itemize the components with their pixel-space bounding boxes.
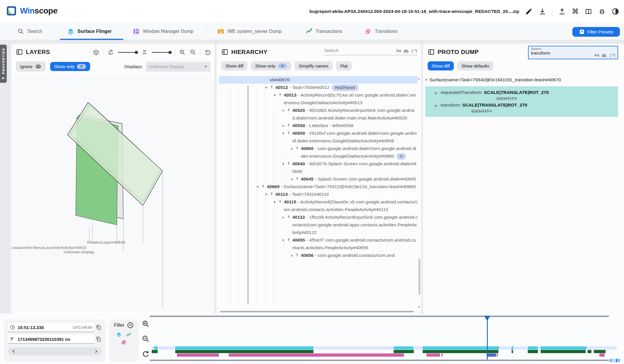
pin-icon[interactable]	[278, 198, 284, 204]
download-icon[interactable]	[539, 8, 546, 15]
pin-icon[interactable]	[295, 175, 301, 181]
spacing-slider[interactable]	[152, 52, 171, 53]
horizontal-scrollbar[interactable]	[220, 311, 414, 312]
transactions-track-entry[interactable]	[152, 350, 158, 353]
pin-icon[interactable]	[286, 129, 292, 135]
proto-property-row[interactable]: transform: SCALE|TRANSLATE|ROT_270IDENTI…	[425, 102, 618, 114]
report-bug-icon[interactable]	[598, 8, 606, 15]
cube-3d-icon[interactable]	[93, 49, 99, 56]
transactions-filter-icon[interactable]	[126, 332, 132, 338]
frame-step-bar[interactable]	[8, 347, 102, 355]
match-word-toggle[interactable]: ab,	[602, 53, 607, 57]
regex-toggle[interactable]: (.*)	[412, 48, 417, 53]
expand-arrow-icon[interactable]: ▾	[263, 84, 269, 91]
transitions-track-entry[interactable]	[599, 353, 605, 357]
pin-icon[interactable]	[269, 191, 275, 196]
transactions-track-entry[interactable]	[528, 350, 538, 353]
vertical-scrollbar[interactable]	[419, 258, 420, 295]
tab-surface-flinger[interactable]: Surface Flinger	[67, 23, 112, 40]
proto-search-input[interactable]	[531, 50, 590, 56]
hierarchy-tree-row[interactable]: 40520- 952c6b5 ActivityRecordInputSink c…	[219, 107, 418, 122]
expand-arrow-icon[interactable]: ▾	[254, 183, 261, 191]
human-time-field[interactable]: 15:51:13.230 UTC-04:00	[8, 323, 94, 332]
pin-icon[interactable]	[295, 252, 301, 257]
shortcuts-icon[interactable]: ⌘	[572, 8, 579, 15]
pin-icon[interactable]	[286, 236, 292, 242]
surface-flinger-track-entry[interactable]	[154, 346, 158, 350]
panel-toggle-icon[interactable]	[428, 48, 435, 55]
copy-icon[interactable]	[96, 324, 102, 330]
simplify-names-chip[interactable]: Simplify names	[295, 61, 333, 70]
show-defaults-chip[interactable]: Show defaults	[457, 61, 493, 70]
surface-flinger-track-entry[interactable]	[528, 346, 538, 350]
transitions-track-entry[interactable]	[426, 353, 440, 357]
rotation-slider[interactable]	[118, 52, 137, 53]
hierarchy-tree-row[interactable]: ▾40659- 26105cf com.google.android.diale…	[219, 129, 418, 145]
hierarchy-tree-row[interactable]: ▾40513- ActivityRecord{5c7f14a u0 com.go…	[219, 91, 418, 107]
zoom-out-icon[interactable]	[190, 49, 196, 56]
surface-flinger-filter-icon[interactable]	[116, 332, 122, 338]
minimap-range[interactable]	[610, 359, 612, 362]
proto-property-row[interactable]: requestedTransform: SCALE|TRANSLATE|ROT_…	[425, 90, 618, 101]
match-word-toggle[interactable]: ab,	[404, 48, 409, 53]
previous-frame-icon[interactable]	[11, 349, 16, 354]
panel-toggle-icon[interactable]	[16, 48, 23, 55]
dark-mode-icon[interactable]	[612, 8, 619, 15]
transitions-track-entry[interactable]	[229, 353, 404, 357]
transitions-track-entry[interactable]	[177, 353, 219, 357]
panel-toggle-icon[interactable]	[221, 48, 228, 55]
spacing-slider-knob[interactable]	[168, 51, 172, 54]
transitions-track-entry[interactable]	[497, 353, 498, 357]
zoom-in-icon[interactable]	[179, 49, 186, 56]
transitions-track-entry[interactable]	[441, 353, 443, 357]
hierarchy-tree-row[interactable]: ▾40115- ActivityRecord{20ace0e u0 com.go…	[219, 198, 418, 213]
timeline-top-scrollbar[interactable]	[150, 316, 609, 317]
rotation-slider-knob[interactable]	[135, 51, 138, 54]
hierarchy-tree-row[interactable]: ▾40640- 9d2d27b Splash Screen com.google…	[219, 160, 418, 175]
tab-ime-system-server-dump[interactable]: IME system_server Dump	[217, 23, 281, 40]
show-diff-chip[interactable]: Show diff	[221, 61, 247, 70]
timeline-tracks[interactable]	[149, 316, 624, 364]
transitions-filter-icon[interactable]	[121, 339, 127, 345]
expand-arrow-icon[interactable]: ▾	[280, 129, 286, 137]
tab-search[interactable]: Search	[18, 23, 42, 40]
match-case-toggle[interactable]: Aa	[594, 53, 599, 57]
regex-toggle[interactable]: (.*)	[610, 53, 615, 57]
expand-arrow-icon[interactable]: ▾	[271, 91, 278, 99]
pin-icon[interactable]	[269, 84, 275, 90]
show-only-visible-chip[interactable]: Show only V	[50, 62, 90, 71]
tab-window-manager-dump[interactable]: Window Manager Dump	[133, 23, 193, 40]
transactions-track-entry[interactable]	[541, 350, 586, 353]
pin-icon[interactable]	[295, 145, 301, 151]
collapse-filter-icon[interactable]	[127, 322, 134, 329]
expand-arrow-icon[interactable]: ▾	[280, 236, 286, 244]
expand-arrow-icon[interactable]: ▾	[280, 160, 286, 168]
next-frame-icon[interactable]	[93, 349, 99, 354]
surface-flinger-track-entry[interactable]	[175, 346, 313, 350]
layers-3d-canvas[interactable]: RotationLayer#40639 xuslauncher.NexusLau…	[12, 75, 214, 312]
tab-transitions[interactable]: Transitions	[365, 23, 398, 40]
hierarchy-tree-row[interactable]: 40660- com.google.android.dialer/com.goo…	[219, 145, 418, 160]
minimap-range[interactable]	[616, 359, 617, 362]
nanosecond-time-field[interactable]: 1713469873230110391 ns	[8, 335, 94, 344]
hierarchy-tree-row[interactable]: 40122- 1ffcc09 ActivityRecordInputSink c…	[219, 213, 418, 236]
scroll-down-icon[interactable]: ▼	[417, 305, 421, 309]
show-only-visible-chip[interactable]: Show only V	[251, 61, 291, 70]
ignore-visibility-chip[interactable]: Ignore	[16, 61, 45, 72]
properties-side-tab[interactable]: PROPERTIES ▶	[0, 45, 7, 83]
scroll-up-icon[interactable]: ▲	[417, 77, 421, 80]
pin-icon[interactable]	[286, 107, 292, 112]
transactions-track-entry[interactable]	[175, 350, 313, 353]
hierarchy-tree-row[interactable]: 40645- Splash Screen com.google.android.…	[219, 175, 418, 183]
pin-icon[interactable]	[278, 91, 284, 97]
copy-icon[interactable]	[96, 336, 102, 342]
transitions-track-selected-entry[interactable]	[487, 353, 496, 357]
proto-search-box[interactable]: Search Aa ab, (.*)	[528, 46, 618, 59]
transactions-track-entry[interactable]	[394, 350, 414, 353]
tab-transactions[interactable]: Transactions	[305, 23, 342, 40]
transactions-track-entry[interactable]	[588, 350, 591, 353]
hierarchy-tree-row[interactable]: 40558- Letterbox - left#40558	[219, 122, 418, 129]
playhead-handle[interactable]	[484, 316, 490, 321]
transactions-track-entry[interactable]	[594, 350, 606, 353]
timeline-zoom-reset-icon[interactable]	[142, 350, 150, 358]
